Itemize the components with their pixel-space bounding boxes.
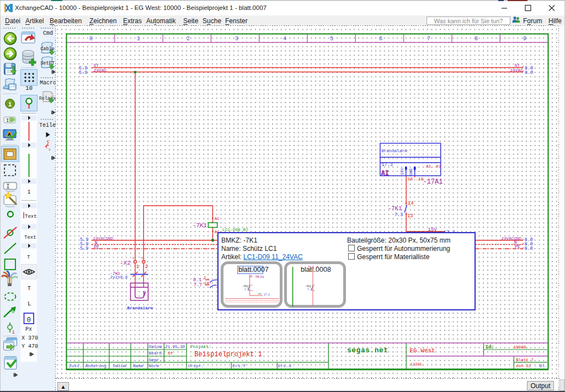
svg-text:Cmd: Cmd xyxy=(43,30,53,36)
svg-text:i: i xyxy=(8,101,12,109)
svg-text:Cable: Cable xyxy=(40,46,55,52)
svg-text:10: 10 xyxy=(25,85,33,92)
svg-text:Text: Text xyxy=(24,235,36,240)
svg-text:13: 13 xyxy=(250,289,253,292)
svg-text:15: 15 xyxy=(316,266,318,268)
svg-text:L: L xyxy=(28,300,31,307)
svg-text:X 370: X 370 xyxy=(22,335,38,341)
svg-text:1: 1 xyxy=(12,330,15,335)
svg-text:0: 0 xyxy=(27,316,31,324)
svg-text:14: 14 xyxy=(250,284,253,286)
svg-text:T: T xyxy=(27,255,30,260)
svg-text:-17A1: -17A1 xyxy=(256,276,264,279)
svg-text:Y 470: Y 470 xyxy=(22,343,38,350)
svg-text:15V: 15V xyxy=(258,293,262,295)
svg-text:Macro: Macro xyxy=(40,80,56,86)
svg-text:3: 3 xyxy=(313,289,315,292)
svg-text:SetFT: SetFT xyxy=(40,61,55,66)
svg-text:1: 1 xyxy=(28,189,31,195)
svg-text:AL: AL xyxy=(310,269,312,271)
svg-text:4: 4 xyxy=(313,284,315,286)
svg-text:Text: Text xyxy=(25,214,37,219)
svg-text:17.2: 17.2 xyxy=(264,293,270,296)
svg-text:T: T xyxy=(28,285,31,292)
svg-text:Teile: Teile xyxy=(39,122,56,128)
svg-text:*: * xyxy=(48,139,50,143)
svg-text:Px: Px xyxy=(25,326,32,332)
svg-text:1: 1 xyxy=(49,148,51,152)
svg-text:I: I xyxy=(6,118,9,123)
